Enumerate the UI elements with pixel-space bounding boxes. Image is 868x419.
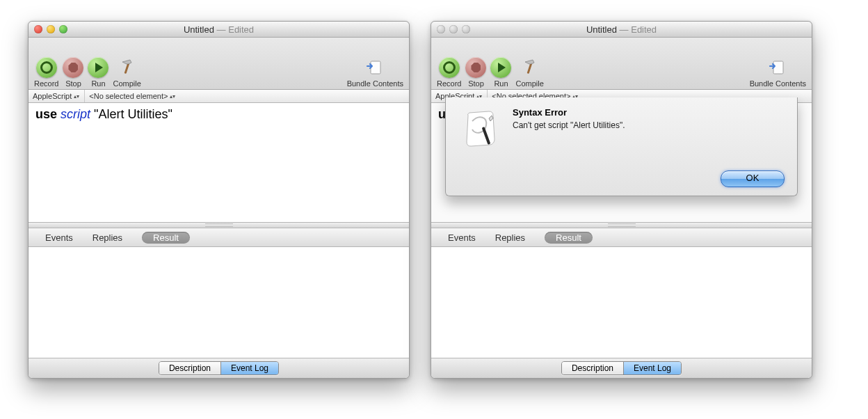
bundle-icon	[364, 57, 385, 78]
keyword-use: use	[35, 107, 57, 121]
dialog-message: Can't get script "Alert Utilities".	[513, 120, 785, 130]
error-dialog-sheet: Syntax Error Can't get script "Alert Uti…	[445, 97, 798, 196]
minimize-icon[interactable]	[47, 25, 55, 33]
window-title: Untitled — Edited	[29, 24, 409, 35]
svg-rect-2	[527, 63, 532, 74]
stop-button[interactable]: Stop	[63, 57, 83, 88]
close-icon[interactable]	[34, 25, 42, 33]
chevrons-icon: ▴▾	[73, 95, 80, 98]
bundle-contents-button[interactable]: Bundle Contents	[750, 57, 806, 88]
record-icon	[443, 61, 456, 74]
record-icon	[40, 61, 53, 74]
record-button[interactable]: Record	[34, 57, 58, 88]
title-name: Untitled	[184, 24, 214, 35]
title-state: Edited	[228, 24, 254, 35]
result-tabs: Events Replies Result	[431, 228, 812, 247]
zoom-icon[interactable]	[59, 25, 67, 33]
titlebar[interactable]: Untitled — Edited	[29, 22, 409, 38]
title-name: Untitled	[586, 24, 617, 35]
stop-button[interactable]: Stop	[465, 57, 486, 88]
close-icon[interactable]	[437, 25, 445, 33]
play-icon	[498, 63, 506, 72]
tab-replies[interactable]: Replies	[495, 232, 525, 243]
splitter-handle[interactable]	[29, 222, 409, 228]
script-editor-pane[interactable]: use script "Alert Utilities"	[29, 103, 409, 222]
dialog-title: Syntax Error	[513, 107, 785, 118]
segment-event-log[interactable]: Event Log	[220, 362, 278, 374]
run-button[interactable]: Run	[88, 57, 108, 88]
splitter-handle[interactable]	[431, 222, 812, 228]
script-editor-window-left: Untitled — Edited Record Stop Run	[28, 21, 410, 379]
hammer-icon	[520, 57, 540, 78]
hammer-icon	[117, 57, 138, 78]
tab-result[interactable]: Result	[545, 232, 593, 244]
tab-replies[interactable]: Replies	[93, 232, 122, 243]
title-state: Edited	[631, 24, 657, 35]
bundle-icon	[767, 57, 788, 78]
tab-events[interactable]: Events	[45, 232, 73, 243]
element-popup[interactable]: <No selected element> ▴▾	[85, 90, 180, 102]
minimize-icon[interactable]	[449, 25, 458, 33]
view-segmented-control: Description Event Log	[561, 361, 682, 375]
results-pane	[431, 247, 812, 358]
segment-description[interactable]: Description	[562, 362, 623, 374]
svg-rect-1	[371, 61, 380, 74]
string-literal: "Alert Utilities"	[94, 107, 172, 121]
titlebar[interactable]: Untitled — Edited	[431, 22, 812, 38]
svg-rect-0	[124, 63, 129, 74]
zoom-icon[interactable]	[462, 25, 470, 33]
toolbar: Record Stop Run Compile	[431, 38, 812, 90]
tab-events[interactable]: Events	[448, 232, 476, 243]
run-button[interactable]: Run	[490, 57, 511, 88]
results-pane	[29, 247, 409, 358]
compile-button[interactable]: Compile	[515, 57, 543, 88]
language-popup[interactable]: AppleScript ▴▾	[29, 90, 85, 102]
ok-button[interactable]: OK	[721, 171, 785, 187]
chevrons-icon: ▴▾	[169, 95, 176, 98]
traffic-lights	[29, 25, 67, 33]
script-editor-window-right: Untitled — Edited Record Stop Run	[431, 21, 812, 379]
keyword-script: script	[61, 107, 90, 121]
result-tabs: Events Replies Result	[29, 228, 409, 247]
segment-event-log[interactable]: Event Log	[623, 362, 681, 374]
toolbar: Record Stop Run Compile	[29, 38, 409, 90]
svg-rect-3	[773, 61, 783, 74]
applescript-app-icon	[458, 107, 503, 152]
window-title: Untitled — Edited	[431, 24, 812, 35]
footer-bar: Description Event Log	[431, 358, 812, 378]
segment-description[interactable]: Description	[159, 362, 220, 374]
view-segmented-control: Description Event Log	[159, 361, 279, 375]
play-icon	[95, 63, 103, 72]
stop-icon	[68, 63, 78, 72]
navigation-bar: AppleScript ▴▾ <No selected element> ▴▾	[29, 90, 409, 103]
compile-button[interactable]: Compile	[113, 57, 140, 88]
footer-bar: Description Event Log	[29, 358, 409, 378]
bundle-contents-button[interactable]: Bundle Contents	[347, 57, 403, 88]
record-button[interactable]: Record	[437, 57, 461, 88]
tab-result[interactable]: Result	[142, 232, 190, 244]
traffic-lights	[431, 25, 470, 33]
stop-icon	[471, 63, 481, 72]
